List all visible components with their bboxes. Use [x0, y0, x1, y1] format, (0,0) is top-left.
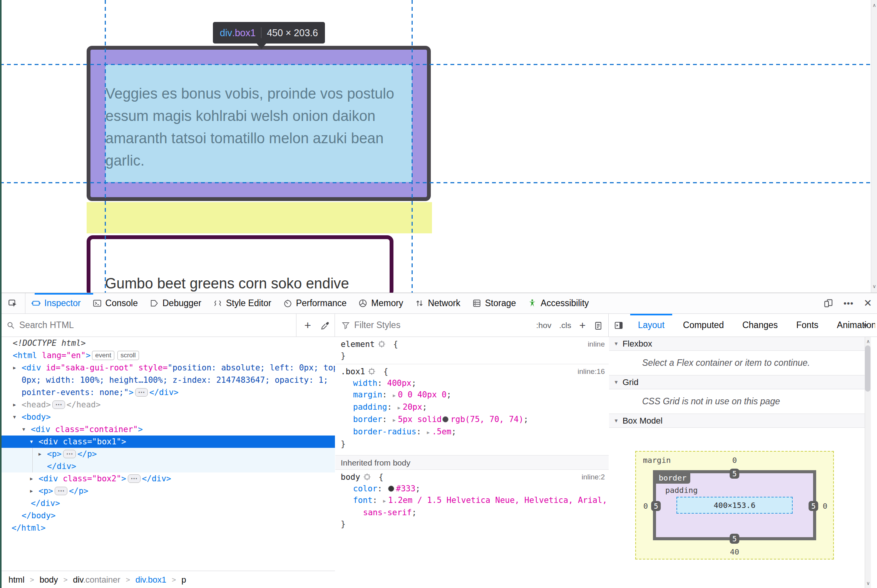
expand-shorthand-icon[interactable]: ▶: [393, 414, 395, 426]
inline-expander[interactable]: ⋯: [55, 487, 67, 495]
devtools-tab-memory[interactable]: Memory: [352, 293, 409, 313]
event-badge[interactable]: event: [92, 351, 114, 360]
rule-row[interactable]: color: #333;: [335, 483, 609, 494]
markup-row[interactable]: </html>: [0, 522, 335, 534]
rule-source-link[interactable]: inline: [588, 338, 605, 350]
rule-row[interactable]: border-radius: ▶.5em;: [335, 426, 609, 438]
expand-arrow-icon[interactable]: ▶: [30, 472, 33, 485]
breadcrumb-item[interactable]: p: [181, 575, 186, 585]
border-top-value[interactable]: 5: [730, 469, 739, 479]
flexbox-section-header[interactable]: ▼ Flexbox: [609, 337, 871, 351]
markup-row[interactable]: ▼<div class="box1">: [0, 436, 335, 448]
color-swatch[interactable]: [388, 486, 394, 492]
rule-source-link[interactable]: inline:16: [577, 366, 605, 377]
rule-row[interactable]: padding: ▶20px;: [335, 401, 609, 414]
markup-row[interactable]: ▼<div class="container">: [0, 423, 335, 436]
close-devtools-button[interactable]: ✕: [859, 297, 877, 309]
margin-right-value[interactable]: 0: [823, 501, 827, 511]
margin-top-value[interactable]: 0: [732, 456, 737, 465]
devtools-tab-performance[interactable]: Performance: [277, 293, 353, 313]
expand-shorthand-icon[interactable]: ▶: [383, 495, 386, 507]
sidebar-tab-computed[interactable]: Computed: [674, 314, 733, 337]
devtools-tab-network[interactable]: Network: [409, 293, 466, 313]
sidebar-toggle-button[interactable]: [609, 320, 629, 330]
add-rule-button[interactable]: +: [576, 319, 589, 332]
markup-row[interactable]: pointer-events: none;">⋯</div>: [0, 386, 335, 399]
highlight-selector-icon[interactable]: [363, 473, 371, 481]
rule-source-link[interactable]: inline:2: [582, 471, 605, 483]
element-picker-button[interactable]: [0, 293, 25, 313]
boxmodel-border-box[interactable]: border padding 400×153.6: [653, 470, 816, 540]
breadcrumb-item[interactable]: html: [8, 575, 25, 585]
page-scrollbar[interactable]: ∧ ∨: [871, 0, 877, 293]
devtools-tab-inspector[interactable]: Inspector: [25, 293, 87, 313]
color-swatch[interactable]: [442, 416, 449, 422]
layout-scrollbar[interactable]: ∧ ∨: [865, 337, 871, 588]
collapse-arrow-icon[interactable]: ▼: [30, 436, 33, 448]
rule-row[interactable]: .box1 {inline:16: [335, 366, 609, 377]
expand-shorthand-icon[interactable]: ▶: [427, 427, 430, 438]
boxmodel-section-header[interactable]: ▼ Box Model: [609, 414, 871, 428]
rule-row[interactable]: }: [335, 350, 609, 362]
markup-row[interactable]: ▶<p>⋯</p>: [0, 448, 335, 460]
eyedropper-button[interactable]: [316, 319, 335, 332]
filter-placeholder[interactable]: Filter Styles: [354, 320, 400, 330]
expand-shorthand-icon[interactable]: ▶: [393, 390, 395, 401]
margin-bottom-value[interactable]: 40: [730, 547, 739, 556]
markup-row[interactable]: 0px; width: 100%; height…100%; z-index: …: [0, 374, 335, 386]
more-options-button[interactable]: •••: [839, 298, 859, 308]
class-toggle-button[interactable]: .cls: [556, 321, 574, 330]
search-input[interactable]: [19, 320, 235, 330]
markup-row[interactable]: ▶<p>⋯</p>: [0, 485, 335, 497]
all-tabs-caret-icon[interactable]: ▼: [862, 322, 869, 330]
margin-left-value[interactable]: 0: [643, 501, 648, 511]
markup-row[interactable]: </div>: [0, 460, 335, 472]
devtools-tab-storage[interactable]: Storage: [466, 293, 522, 313]
scrollbar-thumb[interactable]: [865, 345, 870, 392]
rule-row[interactable]: margin: ▶0 0 40px 0;: [335, 389, 609, 401]
markup-row[interactable]: ▶<div id="saka-gui-root" style="position…: [0, 362, 335, 374]
markup-row[interactable]: ▼<body>: [0, 411, 335, 423]
collapse-arrow-icon[interactable]: ▼: [13, 411, 16, 423]
border-bottom-value[interactable]: 5: [730, 534, 739, 544]
border-left-value[interactable]: 5: [651, 501, 661, 511]
markup-row[interactable]: <!DOCTYPE html>: [0, 337, 335, 349]
rule-row[interactable]: width: 400px;: [335, 377, 609, 389]
breadcrumb-item[interactable]: div.container: [73, 575, 121, 585]
markup-row[interactable]: ▶<div class="box2">⋯</div>: [0, 472, 335, 485]
border-right-value[interactable]: 5: [808, 501, 818, 511]
expand-arrow-icon[interactable]: ▶: [30, 485, 33, 497]
expand-arrow-icon[interactable]: ▶: [13, 362, 16, 374]
markup-row[interactable]: <html lang="en">eventscroll: [0, 349, 335, 362]
devtools-tab-styleeditor[interactable]: Style Editor: [207, 293, 277, 313]
sidebar-tab-changes[interactable]: Changes: [733, 314, 787, 337]
collapse-arrow-icon[interactable]: ▼: [22, 423, 25, 436]
markup-row[interactable]: ▶<head>⋯</head>: [0, 399, 335, 411]
scroll-down-icon[interactable]: ∨: [865, 580, 871, 586]
scroll-up-icon[interactable]: ∧: [865, 338, 871, 344]
sidebar-tab-layout[interactable]: Layout: [629, 314, 674, 337]
rule-row[interactable]: }: [335, 518, 609, 530]
rule-row[interactable]: element {inline: [335, 338, 609, 350]
grid-section-header[interactable]: ▼ Grid: [609, 375, 871, 389]
inline-expander[interactable]: ⋯: [135, 388, 148, 397]
markup-row[interactable]: </div>: [0, 497, 335, 509]
boxmodel-content-box[interactable]: 400×153.6: [676, 497, 793, 514]
rule-row[interactable]: body {inline:2: [335, 471, 609, 483]
expand-shorthand-icon[interactable]: ▶: [398, 402, 400, 414]
inline-expander[interactable]: ⋯: [52, 400, 65, 409]
devtools-tab-console[interactable]: Console: [87, 293, 144, 313]
devtools-tab-debugger[interactable]: Debugger: [144, 293, 207, 313]
boxmodel-margin-box[interactable]: margin 0 40 0 0 5 5 5 5 20 20 20 20 bord…: [635, 451, 834, 560]
highlight-selector-icon[interactable]: [368, 368, 375, 375]
create-node-button[interactable]: +: [300, 319, 316, 332]
expand-arrow-icon[interactable]: ▶: [13, 399, 16, 411]
sidebar-tab-fonts[interactable]: Fonts: [787, 314, 828, 337]
print-simulation-button[interactable]: [591, 319, 606, 332]
rule-row[interactable]: }: [335, 438, 609, 450]
responsive-design-mode-button[interactable]: [818, 298, 839, 308]
breadcrumb-item[interactable]: div.box1: [136, 575, 166, 585]
pseudo-class-button[interactable]: :hov: [533, 321, 554, 330]
scroll-up-icon[interactable]: ∧: [871, 2, 877, 8]
markup-row[interactable]: </body>: [0, 509, 335, 522]
